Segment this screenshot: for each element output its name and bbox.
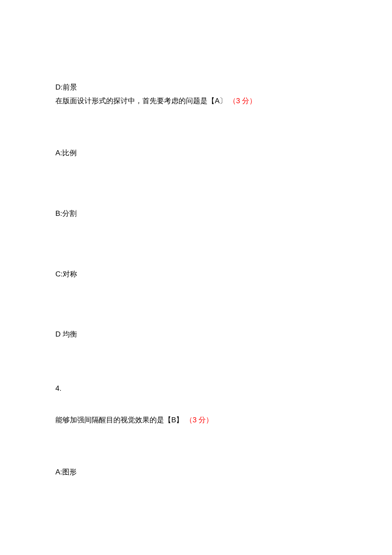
q3-option-d: D 均衡 <box>55 328 392 341</box>
prev-option-d: D:前景 <box>55 81 392 94</box>
question-4: 能够加强间隔醒目的视觉效果的是【B】 （3 分） <box>55 414 392 427</box>
question-4-number: 4. <box>55 383 392 395</box>
q3-option-c: C:对称 <box>55 268 392 281</box>
q3-option-b: B:分割 <box>55 208 392 220</box>
question-4-text: 能够加强间隔醒目的视觉效果的是【B】 <box>55 416 183 424</box>
question-4-score: （3 分） <box>185 416 213 424</box>
question-3: 在版面设计形式的探讨中，首先要考虑的问题是【A〕 （3 分） <box>55 95 392 108</box>
question-3-text: 在版面设计形式的探讨中，首先要考虑的问题是【A〕 <box>55 97 227 105</box>
q3-option-a: A:比例 <box>55 147 392 160</box>
q4-option-a: A:图形 <box>55 466 392 479</box>
question-3-score: （3 分） <box>229 97 257 105</box>
